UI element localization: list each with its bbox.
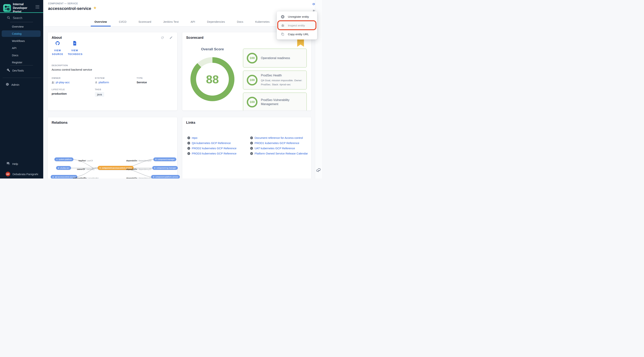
type-field-value: Service — [136, 81, 147, 84]
sidebar-search[interactable]: Search — [7, 16, 22, 20]
tab-kubernetes[interactable]: Kubernetes — [253, 18, 272, 26]
sidebar-item-overview[interactable]: Overview — [12, 25, 24, 28]
link-repo[interactable]: repo — [187, 136, 197, 139]
relations-card: Relations system:platform pl-play-acc ap… — [48, 117, 178, 178]
system-icon — [95, 81, 98, 84]
search-underline — [10, 22, 33, 22]
chip-icon — [154, 167, 156, 169]
puzzle-icon — [52, 176, 54, 178]
relations-title: Relations — [52, 120, 68, 125]
link-release-calendar[interactable]: Platform Owned Service Release Calendar — [250, 152, 308, 155]
sidebar-item-workflows[interactable]: Workflows — [12, 39, 25, 42]
sidebar-item-admin[interactable]: Admin — [6, 82, 20, 87]
scorecard-item-prodsec-health[interactable]: 100 ProdSec Health Q4 Goal, mission impo… — [243, 70, 307, 90]
tags-field-label: TAGS — [95, 88, 104, 90]
edit-pencil-icon[interactable] — [170, 36, 173, 40]
link-prod3-kubernetes[interactable]: PROD3 kubernetes GCP Reference — [187, 152, 236, 155]
tab-jenkins-test[interactable]: Jenkins Test — [161, 18, 181, 26]
globe-icon — [250, 147, 253, 150]
link-qa-kubernetes[interactable]: QA kubernetes GCP Reference — [187, 142, 231, 144]
link-document-reference[interactable]: Document reference for Access-control — [250, 136, 303, 139]
search-icon — [7, 16, 10, 20]
sidebar-item-catalog[interactable]: Catalog — [12, 32, 22, 35]
overall-score-label: Overall Score — [194, 47, 231, 51]
tab-bar: Overview CI/CD Scorecard Jenkins Test AP… — [92, 18, 301, 26]
chip-icon — [99, 167, 101, 169]
owner-field-value[interactable]: pl-play-acc — [52, 81, 70, 84]
tab-dependencies[interactable]: Dependencies — [205, 18, 227, 26]
favorite-star-icon[interactable]: ★ — [93, 6, 97, 10]
relation-node-component-manager[interactable]: component:manager — [153, 158, 176, 161]
copy-icon — [280, 32, 285, 36]
gear-icon — [6, 82, 9, 87]
tab-cicd[interactable]: CI/CD — [117, 18, 129, 26]
help-label: Help — [12, 162, 18, 166]
owner-field-label: OWNER — [52, 77, 70, 79]
relation-node-pl-play-acc[interactable]: pl-play-acc — [56, 166, 71, 170]
tab-api[interactable]: API — [188, 18, 197, 26]
people-icon — [52, 81, 54, 84]
description-label: DESCRIPTION — [52, 64, 92, 66]
about-card: About VIEW SOURCE VIEW TECHDOCS DESCRIPT… — [48, 32, 178, 111]
score-item-description: Q4 Goal, mission impossible. Owner: Prod… — [261, 78, 305, 87]
system-field-value[interactable]: platform — [95, 81, 109, 84]
menu-item-inspect-entity[interactable]: Inspect entity — [277, 21, 317, 30]
tab-docs[interactable]: Docs — [234, 18, 246, 26]
feedback-chat-icon[interactable] — [316, 168, 321, 173]
system-field-label: SYSTEM — [95, 77, 109, 79]
globe-icon — [187, 142, 190, 144]
link-uat-kubernetes[interactable]: UAT kubernetes GCP Reference — [250, 147, 295, 150]
scorecard-item-operational-readiness[interactable]: 100 Operational readiness — [243, 49, 307, 68]
scorecard-title: Scorecard — [186, 36, 204, 40]
user-avatar: DP — [6, 172, 10, 176]
sidebar-item-register[interactable]: Register — [12, 61, 22, 64]
edge-label-dependson-2: dependsOn / dependencyOf — [126, 168, 152, 170]
cancel-circle-icon — [280, 14, 285, 19]
relation-node-system-platform[interactable]: system:platform — [54, 158, 74, 161]
relation-node-component-ng-manager[interactable]: component:ng-manager — [152, 166, 178, 170]
sidebar-user[interactable]: DP Debabrata Panigrahi — [6, 172, 38, 176]
sidebar-item-api[interactable]: API — [12, 46, 16, 50]
type-field-label: TYPE — [136, 77, 147, 79]
links-title: Links — [186, 120, 196, 125]
view-techdocs-link[interactable]: VIEW TECHDOCS — [68, 41, 82, 56]
bug-icon — [280, 23, 285, 28]
sidebar-divider-long — [2, 78, 40, 78]
sidebar-item-help[interactable]: ? Help — [6, 162, 18, 166]
menu-item-unregister-entity[interactable]: Unregister entity — [277, 12, 317, 21]
edge-label-dependson-3: dependsOn / dependencyOf — [126, 177, 152, 178]
link-prod2-kubernetes[interactable]: PROD2 kubernetes GCP Reference — [187, 147, 236, 150]
tab-overview[interactable]: Overview — [92, 18, 109, 26]
relation-node-component-platform-service[interactable]: component:platform-service — [151, 175, 180, 178]
score-ring: 100 — [246, 74, 258, 86]
link-prod1-kubernetes[interactable]: PROD1 kubernetes GCP Reference — [250, 142, 299, 144]
tag-chip-java[interactable]: java — [95, 92, 104, 97]
view-source-label: VIEW SOURCE — [51, 49, 64, 56]
app-logo-row[interactable]: Internal Developer Portal — [3, 2, 40, 14]
view-source-link[interactable]: VIEW SOURCE — [51, 41, 64, 56]
edge-label-haspart: hasPart / partOf — [79, 160, 93, 162]
github-icon — [55, 43, 60, 46]
devtools-label: DevTools — [12, 69, 24, 72]
edge-label-dependson-1: dependsOn / dependencyOf — [126, 160, 152, 162]
overall-score-donut: 88 — [188, 55, 237, 104]
tab-scorecard[interactable]: Scorecard — [136, 18, 154, 26]
chip-icon — [153, 176, 154, 178]
scorecard-item-prodsec-vulnerability[interactable]: 100 ProdSec-Vulnerability Management — [243, 92, 307, 111]
globe-icon — [187, 136, 190, 139]
sidebar-item-docs[interactable]: Docs — [12, 54, 18, 57]
page-title: accesscontrol-service — [48, 6, 91, 11]
links-card: Links repo QA kubernetes GCP Reference P… — [182, 117, 312, 178]
edge-label-ownerof: ownerOf / ownedBy — [77, 168, 95, 170]
refresh-icon[interactable] — [161, 36, 164, 40]
entity-context-menu: Unregister entity Inspect entity — [277, 11, 317, 40]
sidebar: Internal Developer Portal Search Overvie… — [0, 0, 43, 178]
score-ring: 100 — [246, 52, 258, 64]
sidebar-item-devtools[interactable]: DevTools — [7, 68, 24, 72]
breadcrumb: COMPONENT — SERVICE — [48, 2, 78, 5]
sidebar-divider-teal — [0, 12, 43, 13]
apps-grid-icon[interactable] — [36, 5, 40, 10]
score-item-title: Operational readiness — [261, 56, 305, 60]
scorecard-card: Scorecard Tier Overall Score 88 100 Oper… — [182, 32, 312, 111]
menu-item-copy-entity-url[interactable]: Copy entity URL — [277, 30, 317, 38]
